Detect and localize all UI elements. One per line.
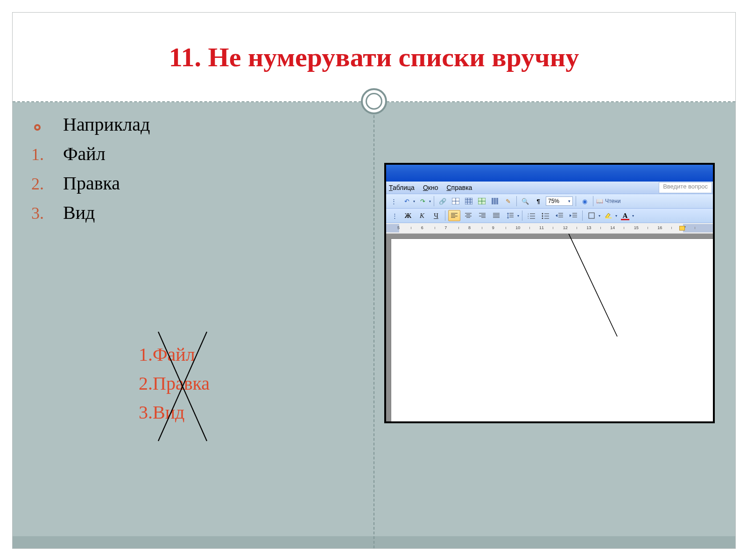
increase-indent-button[interactable]: [567, 210, 579, 221]
redo-button[interactable]: ↷: [417, 196, 428, 207]
menu-table[interactable]: Таблица: [389, 184, 415, 191]
word-screenshot: Таблица Окно Справка Введите вопрос ⋮ ↶ …: [384, 163, 715, 423]
outside-border-button[interactable]: [585, 210, 598, 221]
document-area[interactable]: [386, 234, 713, 421]
numbered-list-button[interactable]: 123: [525, 210, 537, 221]
bullet-label: Наприклад: [63, 113, 150, 135]
document-map-button[interactable]: 🔍: [520, 196, 531, 207]
align-justify-button[interactable]: [490, 210, 502, 221]
toolbar-separator: [593, 196, 593, 206]
bulleted-list-button[interactable]: [539, 210, 551, 221]
undo-button[interactable]: ↶: [401, 196, 412, 207]
ruler[interactable]: 567891011121314151617: [386, 223, 713, 234]
reading-label: Чтени: [605, 198, 620, 204]
list-item-label: Правка: [63, 172, 120, 194]
toolbar-separator: [522, 210, 522, 221]
align-center-button[interactable]: [462, 210, 474, 221]
numbered-item: 1. Файл: [31, 143, 330, 165]
underline-button[interactable]: Ч: [430, 210, 442, 221]
tool-handle-icon[interactable]: ⋮: [388, 196, 399, 207]
highlight-button[interactable]: [602, 210, 614, 221]
wrong-line: 2.Правка: [139, 369, 210, 398]
svg-point-41: [542, 213, 543, 215]
divider-circle-icon: [361, 88, 387, 114]
highlight-dropdown-icon[interactable]: ▾: [615, 214, 617, 218]
undo-dropdown-icon[interactable]: ▾: [413, 199, 415, 203]
list-item-label: Файл: [63, 143, 106, 165]
bold-button[interactable]: Ж: [402, 210, 414, 221]
insert-table-button[interactable]: [463, 196, 474, 207]
wrong-line: 3.Вид: [139, 398, 210, 427]
svg-rect-54: [605, 217, 612, 218]
help-button[interactable]: ◉: [579, 196, 590, 207]
svg-text:3: 3: [528, 217, 529, 219]
page: [391, 238, 715, 423]
svg-point-42: [542, 216, 543, 217]
svg-rect-15: [496, 198, 498, 204]
list-number: 3.: [31, 203, 50, 223]
toolbar-separator: [445, 210, 445, 221]
columns-button[interactable]: [489, 196, 500, 207]
correct-list: Наприклад 1. Файл 2. Правка 3. Вид: [31, 113, 330, 231]
slide-frame: 11. Не нумерувати списки вручну Наприкла…: [12, 12, 736, 549]
drawing-button[interactable]: ✎: [502, 196, 514, 207]
numbered-item: 3. Вид: [31, 202, 330, 224]
svg-point-43: [542, 218, 543, 219]
align-left-button[interactable]: [448, 210, 460, 221]
word-menubar: Таблица Окно Справка Введите вопрос: [386, 182, 713, 194]
bullet-icon: [34, 124, 41, 131]
help-search-input[interactable]: Введите вопрос: [659, 182, 712, 193]
wrong-example: 1.Файл 2.Правка 3.Вид: [139, 340, 210, 427]
toolbar-separator: [576, 196, 576, 206]
font-color-dropdown-icon[interactable]: ▾: [632, 214, 634, 218]
list-number: 2.: [31, 174, 50, 194]
ruler-tab-marker-icon[interactable]: [679, 226, 685, 231]
word-titlebar: [386, 165, 713, 182]
tables-borders-button[interactable]: [450, 196, 461, 207]
vertical-divider: [374, 101, 374, 548]
svg-rect-13: [492, 198, 493, 204]
toolbar-separator: [434, 196, 434, 206]
svg-rect-5: [465, 198, 472, 204]
slide: 11. Не нумерувати списки вручну Наприкла…: [0, 0, 747, 560]
list-item-label: Вид: [63, 202, 95, 224]
show-formatting-button[interactable]: ¶: [533, 196, 544, 207]
formatting-toolbar: ⋮ Ж К Ч: [386, 209, 713, 223]
numbered-item: 2. Правка: [31, 172, 330, 194]
menu-window[interactable]: Окно: [423, 184, 438, 191]
tool-handle-icon[interactable]: ⋮: [389, 210, 400, 221]
decrease-indent-button[interactable]: [553, 210, 565, 221]
redo-dropdown-icon[interactable]: ▾: [429, 199, 431, 203]
menu-help[interactable]: Справка: [446, 184, 472, 191]
svg-rect-14: [494, 198, 496, 204]
wrong-line: 1.Файл: [139, 340, 210, 369]
zoom-select[interactable]: 75%: [546, 196, 573, 206]
hyperlink-button[interactable]: 🔗: [437, 196, 448, 207]
insert-excel-button[interactable]: [476, 196, 487, 207]
slide-title: 11. Не нумерувати списки вручну: [169, 42, 579, 73]
line-spacing-button[interactable]: [504, 210, 516, 221]
align-right-button[interactable]: [476, 210, 488, 221]
italic-button[interactable]: К: [416, 210, 428, 221]
border-dropdown-icon[interactable]: ▾: [599, 214, 600, 218]
standard-toolbar: ⋮ ↶ ▾ ↷ ▾ 🔗: [386, 194, 713, 209]
toolbar-separator: [516, 196, 517, 206]
bullet-item: Наприклад: [31, 113, 330, 135]
line-spacing-dropdown-icon[interactable]: ▾: [517, 214, 519, 218]
list-number: 1.: [31, 145, 50, 164]
svg-rect-53: [589, 213, 594, 218]
font-color-button[interactable]: A: [619, 210, 631, 221]
reading-layout-button[interactable]: 📖Чтени: [596, 198, 620, 204]
toolbar-separator: [582, 210, 583, 221]
